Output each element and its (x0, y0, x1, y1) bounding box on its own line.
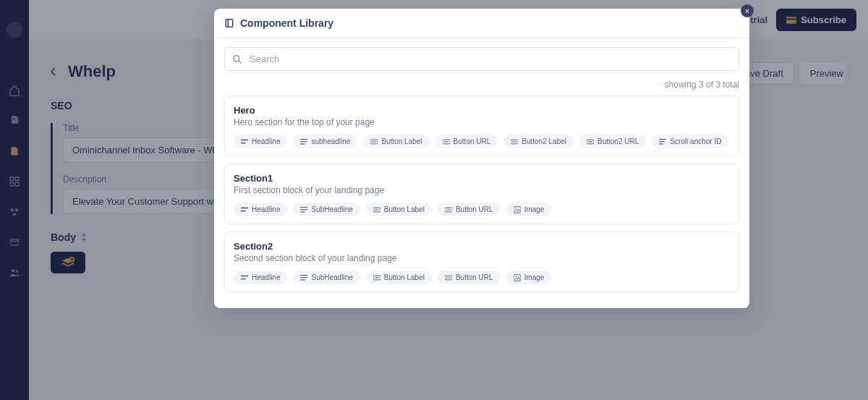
param-chip: Button URL (438, 203, 501, 216)
svg-rect-21 (373, 141, 377, 142)
component-card[interactable]: HeroHero section for the top of your pag… (224, 95, 739, 156)
param-label: Image (524, 273, 545, 281)
component-description: First section block of your landing page (234, 185, 730, 195)
param-chip: SubHeadline (293, 203, 359, 216)
param-label: Image (524, 205, 545, 213)
param-label: Headline (252, 137, 280, 145)
link-icon (445, 274, 452, 281)
param-chip: Headline (234, 203, 287, 216)
param-chip: Image (506, 203, 552, 216)
svg-rect-27 (588, 141, 592, 142)
param-chip: Button Label (366, 203, 432, 216)
component-library-modal: × Component Library showing 3 of 3 total… (214, 9, 749, 308)
search-icon (232, 54, 242, 64)
svg-rect-31 (241, 207, 248, 208)
text-icon (241, 138, 248, 145)
svg-rect-44 (301, 275, 308, 276)
text-icon (241, 206, 248, 213)
link-icon (443, 138, 450, 145)
param-chip: Button URL (435, 135, 498, 148)
svg-rect-23 (444, 141, 448, 142)
link-icon (445, 206, 452, 213)
svg-rect-18 (301, 141, 308, 142)
component-card[interactable]: Section2Second section block of your lan… (224, 231, 739, 292)
svg-rect-29 (659, 141, 665, 142)
modal-title: Component Library (240, 17, 333, 29)
param-label: Button URL (456, 273, 493, 281)
subtext-icon (300, 274, 307, 281)
param-label: Button Label (381, 137, 422, 145)
component-name: Hero (234, 105, 730, 116)
svg-rect-35 (301, 211, 305, 212)
svg-rect-34 (301, 209, 308, 210)
search-input[interactable] (250, 54, 731, 64)
svg-rect-13 (226, 20, 232, 27)
svg-rect-19 (301, 143, 305, 144)
text-icon (241, 274, 248, 281)
svg-rect-39 (446, 209, 451, 210)
svg-rect-28 (659, 139, 666, 140)
link-icon (587, 138, 594, 145)
param-label: Button Label (384, 205, 425, 213)
svg-rect-30 (659, 143, 663, 144)
showing-text: showing 3 of 3 total (214, 80, 749, 95)
svg-rect-32 (241, 210, 246, 211)
svg-rect-33 (301, 207, 308, 208)
svg-rect-45 (301, 277, 308, 278)
svg-rect-16 (241, 142, 246, 143)
button-icon (373, 274, 380, 281)
param-chip: Scroll anchor ID (652, 135, 728, 148)
param-label: SubHeadline (311, 205, 352, 213)
param-label: Button URL (454, 137, 491, 145)
svg-rect-42 (241, 275, 248, 276)
param-label: Button Label (384, 273, 425, 281)
svg-rect-50 (446, 277, 451, 278)
image-icon (514, 274, 521, 281)
modal-search (224, 47, 739, 71)
param-label: Headline (252, 205, 280, 213)
param-label: Button URL (456, 205, 493, 213)
svg-rect-43 (241, 278, 246, 279)
param-row: HeadlineSubHeadlineButton LabelButton UR… (234, 203, 730, 216)
component-name: Section2 (234, 241, 730, 252)
svg-rect-37 (375, 209, 379, 210)
modal-header: Component Library (214, 9, 749, 38)
param-label: Button2 Label (522, 137, 566, 145)
svg-rect-17 (301, 139, 308, 140)
image-icon (514, 206, 521, 213)
param-chip: Headline (234, 271, 287, 284)
anchor-icon (659, 138, 666, 145)
param-label: Button2 URL (597, 137, 639, 145)
subtext-icon (300, 138, 307, 145)
param-label: Headline (252, 273, 280, 281)
button-icon (373, 206, 380, 213)
param-chip: subheadline (293, 135, 357, 148)
param-row: HeadlineSubHeadlineButton LabelButton UR… (234, 271, 730, 284)
svg-point-52 (515, 276, 516, 277)
param-chip: Button Label (366, 271, 432, 284)
param-label: SubHeadline (311, 273, 352, 281)
param-label: Scroll anchor ID (670, 137, 721, 145)
button-icon (370, 138, 378, 145)
param-chip: Button2 Label (503, 135, 574, 148)
param-label: subheadline (311, 137, 350, 145)
param-chip: Button2 URL (579, 135, 646, 148)
component-description: Second section block of your landing pag… (234, 253, 730, 263)
component-description: Hero section for the top of your page (234, 117, 730, 127)
component-name: Section1 (234, 173, 730, 184)
svg-point-14 (234, 55, 239, 61)
library-icon (224, 18, 234, 28)
param-row: HeadlinesubheadlineButton LabelButton UR… (234, 135, 730, 148)
close-button[interactable]: × (741, 4, 754, 17)
svg-point-41 (515, 208, 516, 209)
svg-rect-48 (375, 277, 379, 278)
svg-rect-25 (512, 141, 516, 142)
param-chip: Button Label (363, 135, 429, 148)
subtext-icon (300, 206, 307, 213)
svg-rect-46 (301, 279, 305, 280)
component-card[interactable]: Section1First section block of your land… (224, 163, 739, 224)
button-icon (511, 138, 518, 145)
svg-rect-15 (241, 139, 248, 140)
param-chip: Image (506, 271, 552, 284)
param-chip: SubHeadline (293, 271, 359, 284)
